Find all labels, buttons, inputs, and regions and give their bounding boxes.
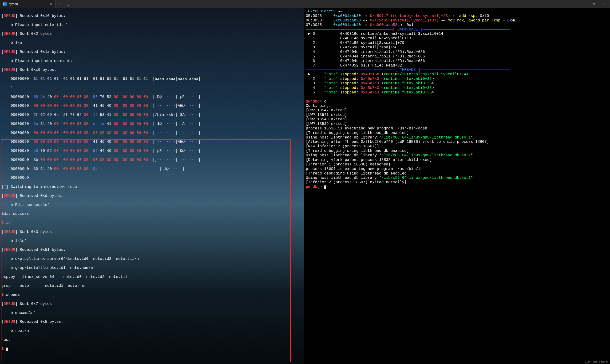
right-terminal-pane[interactable]: 0xc0001aac90 ◂— ...05:0028│ 0xc0001aab30… <box>304 8 610 364</box>
ls-output: exp.py linux_server64 note.id0 note.id2 … <box>1 275 303 279</box>
new-tab-button[interactable]: + <box>55 0 64 8</box>
powershell-icon: >_ <box>3 2 7 6</box>
tab-python[interactable]: >_ python × <box>0 0 55 8</box>
shell-prompt: $ <box>1 221 6 225</box>
close-window-button[interactable]: ✕ <box>599 0 610 8</box>
tab-title: python <box>9 2 18 6</box>
tab-dropdown-button[interactable]: ⌄ <box>64 0 73 8</box>
left-terminal-pane[interactable]: [DEBUG] Received 0x16 bytes: b'Please in… <box>0 8 304 364</box>
minimize-button[interactable]: — <box>577 0 588 8</box>
close-tab-button[interactable]: × <box>49 2 53 6</box>
shell-cmd: ls <box>6 221 11 225</box>
workspace: [DEBUG] Received 0x16 bytes: b'Please in… <box>0 8 610 364</box>
window-controls: — ❐ ✕ <box>577 0 610 8</box>
window-titlebar: >_ python × + ⌄ — ❐ ✕ <box>0 0 610 8</box>
maximize-button[interactable]: ❐ <box>588 0 599 8</box>
dbg-body: b'Please input note id: ' <box>1 23 303 27</box>
whoami-output: root <box>1 338 303 342</box>
watermark: CSDN @Mr_Fmnwon <box>585 360 609 364</box>
terminal-cursor <box>6 348 8 351</box>
hex-row: 00000000 61 61 61 61 61 61 61 61 61 61 6… <box>1 77 303 81</box>
edit-success: Edit success <box>1 212 303 216</box>
dbg-line: Received 0x16 bytes: <box>20 14 66 18</box>
